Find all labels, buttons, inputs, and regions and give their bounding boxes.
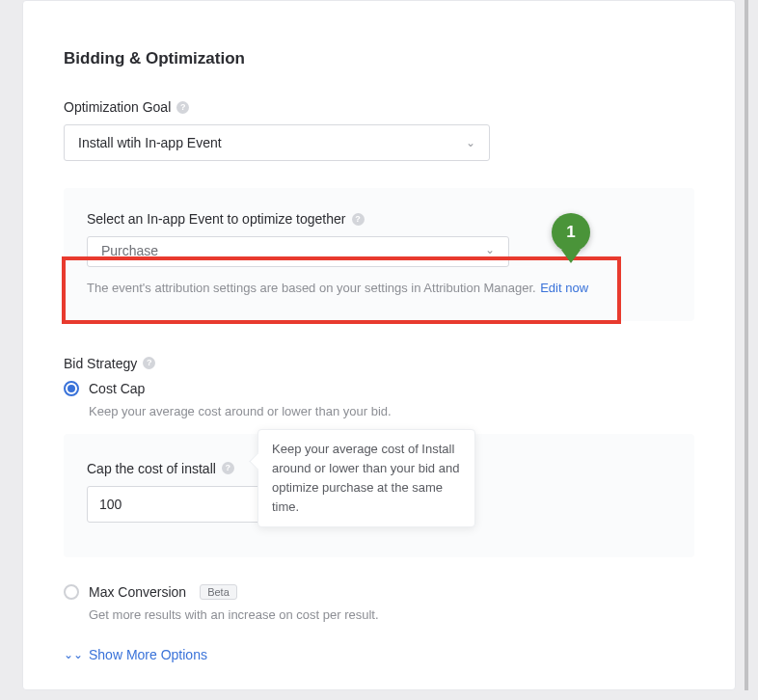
callout-pin-1: 1 (552, 213, 590, 252)
radio-unchecked-icon (64, 584, 79, 600)
max-conversion-desc: Get more results with an increase on cos… (89, 607, 694, 622)
help-icon[interactable]: ? (143, 357, 155, 369)
help-icon[interactable]: ? (176, 101, 189, 114)
edit-now-link[interactable]: Edit now (540, 281, 588, 295)
cost-cap-desc: Keep your average cost around or lower t… (89, 404, 694, 418)
beta-badge: Beta (200, 584, 237, 600)
chevron-down-icon: ⌄ (485, 243, 495, 256)
help-icon[interactable]: ? (352, 213, 365, 226)
radio-checked-icon (64, 381, 79, 396)
in-app-event-select[interactable]: Purchase ⌄ (87, 236, 509, 267)
optimization-goal-field: Optimization Goal ? Install wtih In-app … (64, 99, 694, 161)
cost-cap-tooltip: Keep your average cost of Install around… (257, 429, 475, 528)
cost-cap-label: Cost Cap (89, 381, 145, 396)
attribution-helper-text: The event's attribution settings are bas… (87, 281, 536, 295)
cost-cap-panel: Cap the cost of install ? USD/install Ke… (64, 434, 694, 557)
section-title: Bidding & Optimization (64, 49, 694, 68)
cost-cap-input[interactable] (87, 486, 280, 523)
optimization-goal-select[interactable]: Install wtih In-app Event ⌄ (64, 124, 490, 161)
chevron-down-icon: ⌄ (466, 136, 475, 149)
help-icon[interactable]: ? (222, 462, 234, 474)
card-shadow (744, 0, 748, 690)
cost-cap-radio[interactable]: Cost Cap (64, 381, 694, 396)
bid-strategy-section: Bid Strategy ? Cost Cap Keep your averag… (64, 356, 694, 662)
optimization-goal-value: Install wtih In-app Event (78, 135, 222, 150)
bidding-optimization-card: Bidding & Optimization Optimization Goal… (22, 0, 736, 690)
max-conversion-radio[interactable]: Max Conversion Beta (64, 584, 694, 600)
double-chevron-down-icon: ⌄⌄ (64, 648, 83, 661)
in-app-event-panel: Select an In-app Event to optimize toget… (64, 188, 694, 321)
in-app-event-value: Purchase (101, 243, 158, 258)
bid-strategy-label: Bid Strategy ? (64, 356, 694, 371)
max-conversion-option: Max Conversion Beta Get more results wit… (64, 584, 694, 622)
max-conversion-label: Max Conversion (89, 584, 186, 600)
show-more-options-link[interactable]: ⌄⌄ Show More Options (64, 647, 694, 662)
optimization-goal-label: Optimization Goal ? (64, 99, 694, 115)
